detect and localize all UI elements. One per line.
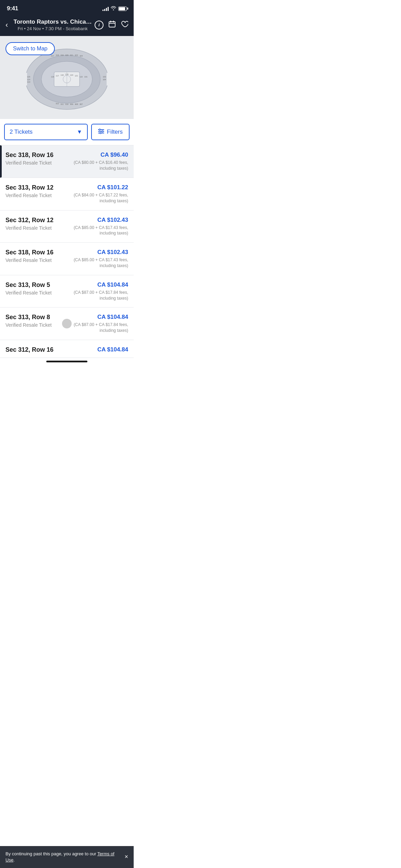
svg-point-41	[99, 129, 100, 130]
svg-text:321: 321	[70, 55, 73, 57]
svg-rect-0	[109, 22, 115, 27]
chevron-down-icon: ▼	[77, 129, 82, 135]
svg-text:113: 113	[27, 81, 30, 83]
ticket-section: Sec 318, Row 16	[5, 249, 73, 256]
home-bar	[46, 361, 87, 362]
svg-text:310: 310	[65, 104, 68, 106]
status-bar: 9:41	[0, 0, 134, 15]
status-time: 9:41	[7, 5, 18, 12]
favorite-button[interactable]	[121, 20, 128, 29]
partial-ticket-section: Sec 312, Row 16	[5, 346, 97, 353]
ticket-left: Sec 312, Row 16	[5, 346, 97, 355]
svg-text:103: 103	[103, 76, 106, 78]
ticket-price: CA $104.84	[73, 281, 128, 288]
info-button[interactable]: i	[95, 21, 104, 29]
ticket-section: Sec 318, Row 16	[5, 152, 73, 159]
ticket-badge	[62, 319, 72, 328]
svg-text:317: 317	[51, 55, 54, 57]
home-indicator	[0, 358, 134, 369]
svg-text:119: 119	[65, 73, 68, 75]
partial-ticket-item[interactable]: Sec 312, Row 16 CA $104.84	[0, 340, 134, 358]
header-title-block: Toronto Raptors vs. Chica… Fri • 24 Nov …	[11, 19, 95, 31]
tickets-count-label: 2 Tickets	[10, 129, 33, 135]
wifi-icon	[111, 6, 116, 11]
ticket-section: Sec 313, Row 5	[5, 281, 73, 289]
svg-text:311: 311	[60, 104, 63, 106]
ticket-left: Sec 313, Row 5Verified Resale Ticket	[5, 281, 73, 296]
calendar-button[interactable]	[108, 20, 116, 29]
svg-text:101: 101	[84, 76, 87, 78]
ticket-price: CA $101.22	[73, 184, 128, 191]
svg-text:318: 318	[56, 55, 59, 57]
svg-text:120: 120	[70, 74, 73, 76]
back-button[interactable]: ‹	[5, 19, 11, 31]
ticket-left: Sec 318, Row 16Verified Resale Ticket	[5, 152, 73, 166]
header: ‹ Toronto Raptors vs. Chica… Fri • 24 No…	[0, 15, 134, 36]
svg-text:116: 116	[51, 76, 54, 78]
ticket-left: Sec 313, Row 12Verified Resale Ticket	[5, 184, 73, 198]
svg-text:319: 319	[60, 55, 63, 57]
ticket-item[interactable]: Sec 312, Row 12Verified Resale TicketCA …	[0, 210, 134, 243]
svg-text:122: 122	[80, 76, 83, 78]
svg-text:115: 115	[27, 76, 30, 78]
svg-text:117: 117	[56, 75, 59, 77]
ticket-type: Verified Resale Ticket	[5, 257, 73, 263]
svg-point-43	[100, 132, 101, 134]
filter-icon	[98, 129, 104, 135]
svg-text:309: 309	[70, 104, 73, 106]
partial-ticket-price: CA $104.84	[97, 346, 128, 353]
ticket-fees: (CA $85.00 + CA $17.43 fees, including t…	[73, 225, 128, 237]
signal-icon	[102, 7, 109, 11]
svg-rect-10	[22, 73, 27, 86]
svg-text:308: 308	[75, 104, 78, 106]
ticket-fees: (CA $87.00 + CA $17.84 fees, including t…	[73, 290, 128, 301]
ticket-item[interactable]: Sec 313, Row 8Verified Resale TicketCA $…	[0, 308, 134, 340]
svg-text:312: 312	[56, 103, 59, 105]
venue-section: Switch to Map 320 321 323 324 319 318 31…	[0, 36, 134, 119]
svg-text:121: 121	[75, 75, 78, 77]
ticket-item[interactable]: Sec 313, Row 5Verified Resale TicketCA $…	[0, 275, 134, 308]
ticket-price: CA $102.43	[73, 249, 128, 256]
ticket-item[interactable]: Sec 318, Row 16Verified Resale TicketCA …	[0, 145, 134, 178]
ticket-list: Sec 318, Row 16Verified Resale TicketCA …	[0, 145, 134, 340]
ticket-price: CA $102.43	[73, 217, 128, 224]
ticket-left: Sec 318, Row 16Verified Resale Ticket	[5, 249, 73, 263]
ticket-item[interactable]: Sec 318, Row 16Verified Resale TicketCA …	[0, 243, 134, 275]
battery-icon	[118, 7, 127, 11]
svg-text:114: 114	[27, 79, 30, 81]
svg-rect-11	[107, 73, 111, 86]
event-title: Toronto Raptors vs. Chica…	[13, 19, 92, 25]
filters-label: Filters	[107, 129, 123, 135]
ticket-item[interactable]: Sec 313, Row 12Verified Resale TicketCA …	[0, 178, 134, 210]
switch-to-map-button[interactable]: Switch to Map	[5, 42, 55, 55]
ticket-fees: (CA $87.00 + CA $17.84 fees, including t…	[73, 322, 128, 334]
ticket-fees: (CA $85.00 + CA $17.43 fees, including t…	[73, 257, 128, 269]
header-actions: i	[95, 20, 128, 29]
event-subtitle: Fri • 24 Nov • 7:30 PM - Scotiabank	[13, 26, 92, 31]
svg-text:104: 104	[103, 79, 106, 81]
ticket-left: Sec 312, Row 12Verified Resale Ticket	[5, 217, 73, 231]
svg-point-42	[102, 131, 103, 132]
ticket-section: Sec 312, Row 12	[5, 217, 73, 224]
svg-text:324: 324	[80, 55, 83, 57]
svg-text:320: 320	[65, 55, 68, 57]
ticket-fees: (CA $80.00 + CA $16.40 fees, including t…	[73, 160, 128, 171]
ticket-fees: (CA $84.00 + CA $17.22 fees, including t…	[73, 192, 128, 204]
ticket-section: Sec 313, Row 8	[5, 314, 73, 321]
svg-text:118: 118	[60, 74, 63, 76]
ticket-type: Verified Resale Ticket	[5, 193, 73, 198]
ticket-section: Sec 313, Row 12	[5, 184, 73, 191]
status-icons	[102, 6, 127, 11]
svg-text:323: 323	[75, 55, 78, 57]
tickets-dropdown[interactable]: 2 Tickets ▼	[4, 124, 88, 140]
ticket-price: CA $104.84	[73, 314, 128, 321]
ticket-price: CA $96.40	[73, 152, 128, 158]
ticket-type: Verified Resale Ticket	[5, 160, 73, 166]
controls-bar: 2 Tickets ▼ Filters	[0, 119, 134, 145]
ticket-type: Verified Resale Ticket	[5, 290, 73, 296]
arena-diagram: 320 321 323 324 319 318 317 310 309 308 …	[22, 45, 111, 113]
ticket-type: Verified Resale Ticket	[5, 225, 73, 231]
svg-text:307: 307	[80, 104, 83, 106]
filters-button[interactable]: Filters	[91, 124, 130, 140]
